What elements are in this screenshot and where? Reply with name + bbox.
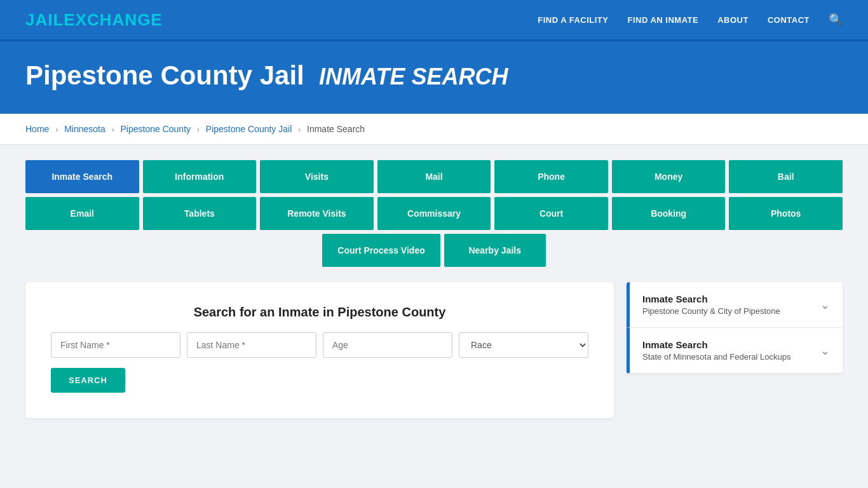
chevron-down-icon-2: ⌄ xyxy=(820,344,830,358)
tab-phone[interactable]: Phone xyxy=(494,160,608,193)
search-form-title: Search for an Inmate in Pipestone County xyxy=(51,305,588,320)
hero-subtitle-text: INMATE SEARCH xyxy=(319,64,508,90)
tab-court[interactable]: Court xyxy=(494,197,608,230)
sidebar-item-state-search[interactable]: Inmate Search State of Minnesota and Fed… xyxy=(627,328,843,374)
age-input[interactable] xyxy=(323,332,452,358)
main-nav: FIND A FACILITY FIND AN INMATE ABOUT CON… xyxy=(538,13,843,27)
nav-find-inmate[interactable]: FIND AN INMATE xyxy=(627,15,698,25)
breadcrumb-minnesota[interactable]: Minnesota xyxy=(64,124,105,134)
tab-email[interactable]: Email xyxy=(25,197,139,230)
search-button[interactable]: SEARCH xyxy=(51,368,125,393)
nav-find-facility[interactable]: FIND A FACILITY xyxy=(538,15,608,25)
tab-inmate-search[interactable]: Inmate Search xyxy=(25,160,139,193)
tab-tablets[interactable]: Tablets xyxy=(143,197,257,230)
tab-bail[interactable]: Bail xyxy=(729,160,843,193)
breadcrumb: Home › Minnesota › Pipestone County › Pi… xyxy=(0,114,868,145)
hero-title-text: Pipestone County Jail xyxy=(25,60,304,90)
sidebar-item-local-text: Inmate Search Pipestone County & City of… xyxy=(642,294,780,316)
sidebar-item-local-search[interactable]: Inmate Search Pipestone County & City of… xyxy=(627,282,843,328)
tab-information[interactable]: Information xyxy=(143,160,257,193)
tab-court-process-video[interactable]: Court Process Video xyxy=(322,234,440,267)
search-form-container: Search for an Inmate in Pipestone County… xyxy=(25,282,614,418)
tab-money[interactable]: Money xyxy=(612,160,726,193)
breadcrumb-sep-2: › xyxy=(112,125,114,134)
content-row: Search for an Inmate in Pipestone County… xyxy=(25,282,843,418)
page-title: Pipestone County Jail INMATE SEARCH xyxy=(25,60,843,91)
breadcrumb-sep-1: › xyxy=(55,125,58,134)
sidebar-item-local-subtitle: Pipestone County & City of Pipestone xyxy=(642,306,780,316)
breadcrumb-current: Inmate Search xyxy=(307,124,365,134)
tab-nearby-jails[interactable]: Nearby Jails xyxy=(444,234,546,267)
tab-visits[interactable]: Visits xyxy=(260,160,374,193)
sidebar-item-state-title: Inmate Search xyxy=(642,339,790,350)
sidebar-item-state-text: Inmate Search State of Minnesota and Fed… xyxy=(642,339,790,362)
sidebar: Inmate Search Pipestone County & City of… xyxy=(627,282,843,374)
tabs-row1: Inmate Search Information Visits Mail Ph… xyxy=(25,160,843,193)
breadcrumb-jail[interactable]: Pipestone County Jail xyxy=(206,124,292,134)
breadcrumb-sep-3: › xyxy=(197,125,200,134)
search-fields: Race White Black Hispanic Asian Other xyxy=(51,332,588,358)
main-content: Inmate Search Information Visits Mail Ph… xyxy=(0,145,868,444)
logo-jail: JAIL xyxy=(25,10,64,29)
site-header: JAILEXCHANGE FIND A FACILITY FIND AN INM… xyxy=(0,0,868,41)
chevron-down-icon: ⌄ xyxy=(820,298,830,312)
tab-remote-visits[interactable]: Remote Visits xyxy=(260,197,374,230)
breadcrumb-sep-4: › xyxy=(298,125,301,134)
breadcrumb-pipestone-county[interactable]: Pipestone County xyxy=(121,124,191,134)
logo-exchange: EXCHANGE xyxy=(64,10,162,29)
breadcrumb-home[interactable]: Home xyxy=(25,124,49,134)
nav-about[interactable]: ABOUT xyxy=(717,15,749,25)
sidebar-item-local-title: Inmate Search xyxy=(642,294,780,304)
nav-contact[interactable]: CONTACT xyxy=(768,15,810,25)
tabs-row2: Email Tablets Remote Visits Commissary C… xyxy=(25,197,843,230)
first-name-input[interactable] xyxy=(51,332,180,358)
race-select[interactable]: Race White Black Hispanic Asian Other xyxy=(459,332,588,358)
last-name-input[interactable] xyxy=(187,332,316,358)
hero-banner: Pipestone County Jail INMATE SEARCH xyxy=(0,41,868,114)
tab-booking[interactable]: Booking xyxy=(612,197,726,230)
sidebar-item-state-subtitle: State of Minnesota and Federal Lockups xyxy=(642,352,790,362)
site-logo[interactable]: JAILEXCHANGE xyxy=(25,10,163,30)
tabs-row3: Court Process Video Nearby Jails xyxy=(25,234,843,267)
tab-mail[interactable]: Mail xyxy=(377,160,491,193)
search-icon[interactable]: 🔍 xyxy=(829,13,843,27)
tab-commissary[interactable]: Commissary xyxy=(377,197,491,230)
tab-photos[interactable]: Photos xyxy=(729,197,843,230)
